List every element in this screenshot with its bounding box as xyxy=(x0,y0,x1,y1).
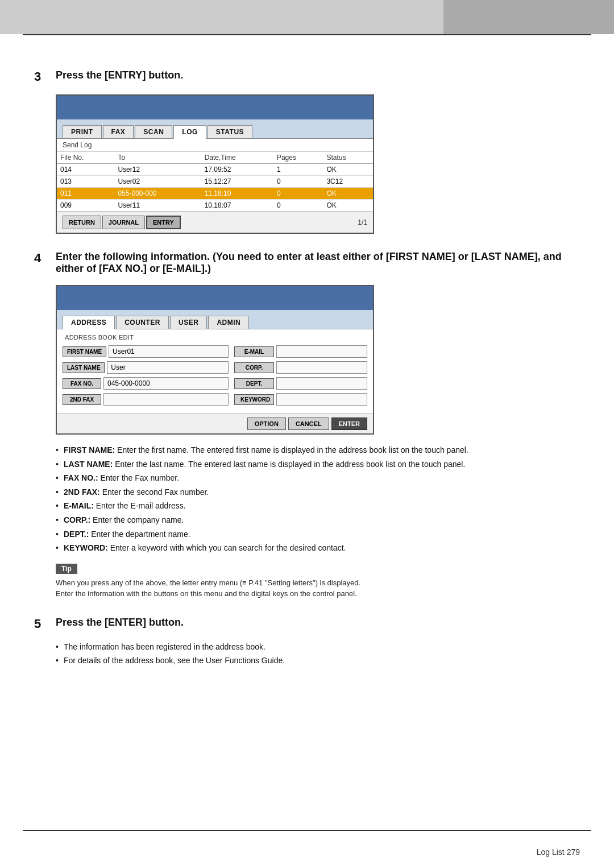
tab-print[interactable]: Print xyxy=(63,125,102,138)
faxno-input[interactable] xyxy=(103,377,229,390)
keyword-input[interactable] xyxy=(276,393,367,406)
addr-bottom-bar: Option Cancel Enter xyxy=(57,414,373,433)
journal-button[interactable]: Journal xyxy=(102,216,145,229)
list-item: FIRST NAME: Enter the first name. The en… xyxy=(56,445,580,456)
lastname-button[interactable]: Last Name xyxy=(63,362,105,373)
log-panel-bottom-bar: Return Journal Entry 1/1 xyxy=(57,212,373,233)
tab-log[interactable]: Log xyxy=(173,125,206,139)
2ndfax-button[interactable]: 2nd Fax xyxy=(63,394,101,405)
addr-row-dept: Dept. xyxy=(234,377,367,390)
email-button[interactable]: E-Mail xyxy=(234,346,274,357)
faxno-button[interactable]: Fax No. xyxy=(63,378,101,389)
log-panel: Print Fax Scan Log Status Send Log File … xyxy=(56,94,374,234)
email-input[interactable] xyxy=(276,345,367,358)
list-item: The information has been registered in t… xyxy=(56,642,580,653)
addr-enter-button[interactable]: Enter xyxy=(331,418,367,430)
log-panel-buttons: Return Journal Entry xyxy=(63,216,181,229)
2ndfax-input[interactable] xyxy=(103,393,229,406)
addr-content: ADDRESS BOOK EDIT First Name Last Name F… xyxy=(57,329,373,414)
tab-user[interactable]: User xyxy=(170,316,207,329)
page-footer: Log List 279 xyxy=(537,848,580,857)
col-header-datetime: Date,Time xyxy=(201,152,273,164)
firstname-button[interactable]: First Name xyxy=(63,346,106,357)
step4-title: Enter the following information. (You ne… xyxy=(56,251,580,275)
list-item: For details of the address book, see the… xyxy=(56,655,580,667)
col-header-pages: Pages xyxy=(273,152,323,164)
table-row: 009User1110,18:070OK xyxy=(57,200,373,212)
log-tab-bar: Print Fax Scan Log Status xyxy=(57,119,373,139)
step4-heading: 4 Enter the following information. (You … xyxy=(34,251,580,275)
tab-address[interactable]: Address xyxy=(63,316,115,329)
keyword-button[interactable]: Keyword xyxy=(234,394,274,405)
step3-number: 3 xyxy=(34,69,50,84)
list-item: CORP.: Enter the company name. xyxy=(56,515,580,526)
addr-panel-header xyxy=(57,286,373,310)
step5-heading: 5 Press the [ENTER] button. xyxy=(34,617,580,631)
addr-row-corp: Corp. xyxy=(234,361,367,374)
col-header-status: Status xyxy=(323,152,373,164)
table-row: 013User0215,12:2703C12 xyxy=(57,176,373,188)
list-item: FAX NO.: Enter the Fax number. xyxy=(56,473,580,484)
col-header-fileno: File No. xyxy=(57,152,114,164)
addr-row-keyword: Keyword xyxy=(234,393,367,406)
list-item: KEYWORD: Enter a keyword with which you … xyxy=(56,543,580,554)
list-item: E-MAIL: Enter the E-mail address. xyxy=(56,501,580,512)
col-header-to: To xyxy=(114,152,201,164)
corp-button[interactable]: Corp. xyxy=(234,362,274,373)
addr-row-email: E-Mail xyxy=(234,345,367,358)
tab-status[interactable]: Status xyxy=(208,125,252,138)
addr-edit-label: ADDRESS BOOK EDIT xyxy=(63,334,367,341)
addr-right-fields: E-Mail Corp. Dept. Keyword xyxy=(234,345,367,409)
list-item: LAST NAME: Enter the last name. The ente… xyxy=(56,459,580,470)
tip-text: When you press any of the above, the let… xyxy=(56,577,374,600)
step5-number: 5 xyxy=(34,617,50,631)
bottom-divider xyxy=(23,830,591,831)
list-item: 2ND FAX: Enter the second Fax number. xyxy=(56,487,580,498)
dept-input[interactable] xyxy=(276,377,367,390)
tip-box: Tip When you press any of the above, the… xyxy=(56,563,374,600)
addr-left-fields: First Name Last Name Fax No. 2nd Fax xyxy=(63,345,229,409)
firstname-input[interactable] xyxy=(109,345,229,358)
step5-bullet-list: The information has been registered in t… xyxy=(56,642,580,667)
log-table: File No. To Date,Time Pages Status 014Us… xyxy=(57,152,373,212)
list-item: DEPT.: Enter the department name. xyxy=(56,529,580,540)
tab-counter[interactable]: Counter xyxy=(116,316,169,329)
addr-row-faxno: Fax No. xyxy=(63,377,229,390)
option-button[interactable]: Option xyxy=(247,418,286,430)
step3-title: Press the [ENTRY] button. xyxy=(56,69,183,81)
tip-label: Tip xyxy=(56,564,77,574)
top-bar-accent xyxy=(443,0,614,34)
addr-row-lastname: Last Name xyxy=(63,361,229,374)
addr-tab-bar: Address Counter User Admin xyxy=(57,310,373,329)
send-log-label: Send Log xyxy=(57,139,373,152)
tab-scan[interactable]: Scan xyxy=(135,125,172,138)
addr-row-firstname: First Name xyxy=(63,345,229,358)
table-row: 011055-000-00011,18:100OK xyxy=(57,188,373,200)
dept-button[interactable]: Dept. xyxy=(234,378,274,389)
page-indicator: 1/1 xyxy=(358,218,367,226)
footer-text: Log List 279 xyxy=(537,848,580,857)
step4-number: 4 xyxy=(34,251,50,266)
table-row: 014User1217,09:521OK xyxy=(57,164,373,176)
cancel-button[interactable]: Cancel xyxy=(288,418,329,430)
log-panel-header xyxy=(57,96,373,119)
corp-input[interactable] xyxy=(276,361,367,374)
tab-fax[interactable]: Fax xyxy=(103,125,134,138)
tab-admin[interactable]: Admin xyxy=(208,316,249,329)
addr-form: First Name Last Name Fax No. 2nd Fax xyxy=(63,345,367,409)
entry-button[interactable]: Entry xyxy=(146,216,181,229)
step3-heading: 3 Press the [ENTRY] button. xyxy=(34,69,580,84)
addr-row-2ndfax: 2nd Fax xyxy=(63,393,229,406)
step4-bullet-list: FIRST NAME: Enter the first name. The en… xyxy=(56,445,580,554)
top-bar xyxy=(0,0,614,34)
lastname-input[interactable] xyxy=(107,361,229,374)
addr-panel: Address Counter User Admin ADDRESS BOOK … xyxy=(56,285,374,435)
return-button[interactable]: Return xyxy=(63,216,101,229)
step5-title: Press the [ENTER] button. xyxy=(56,617,184,629)
